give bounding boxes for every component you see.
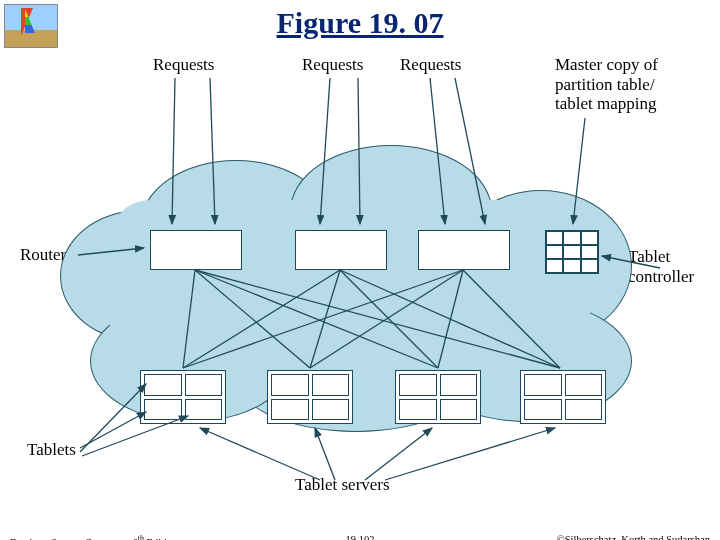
- label-requests-1: Requests: [153, 55, 214, 75]
- label-requests-3: Requests: [400, 55, 461, 75]
- svg-line-25: [200, 428, 320, 480]
- label-tablet-controller: Tablet controller: [628, 247, 694, 286]
- svg-line-22: [80, 412, 146, 448]
- tablet-server-4: [520, 370, 606, 424]
- label-tablet-servers: Tablet servers: [295, 475, 390, 495]
- router-box-2: [295, 230, 387, 270]
- router-box-3: [418, 230, 510, 270]
- tablet-server-1: [140, 370, 226, 424]
- figure-title: Figure 19. 07: [0, 6, 720, 40]
- tablet-server-2: [267, 370, 353, 424]
- footer-copyright: ©Silberschatz, Korth and Sudarshan: [557, 534, 710, 540]
- svg-line-28: [385, 428, 555, 480]
- router-box-1: [150, 230, 242, 270]
- label-requests-2: Requests: [302, 55, 363, 75]
- tablet-controller-table: [545, 230, 599, 274]
- svg-line-26: [315, 428, 335, 480]
- label-master-copy: Master copy of partition table/ tablet m…: [555, 55, 658, 114]
- svg-line-27: [365, 428, 432, 480]
- tablet-server-3: [395, 370, 481, 424]
- label-tablets: Tablets: [27, 440, 76, 460]
